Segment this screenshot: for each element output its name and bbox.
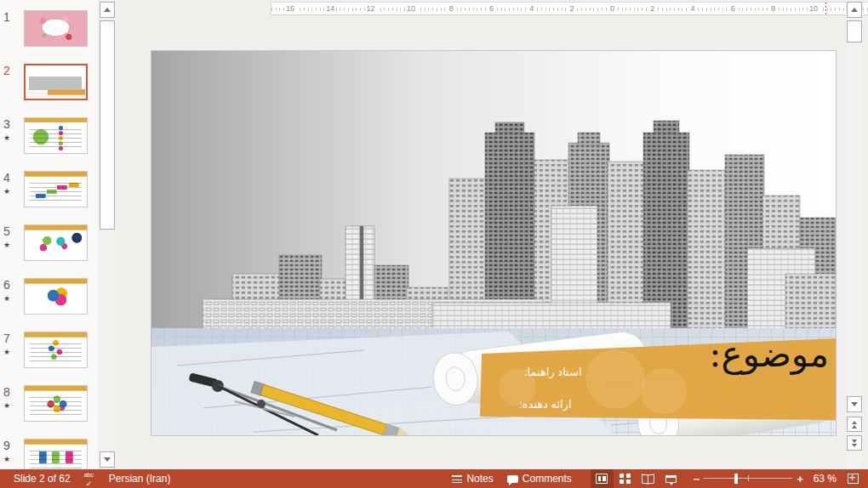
thumbnail-scrollbar[interactable]: [99, 0, 116, 469]
thumbnail-gutter: 2: [3, 64, 22, 77]
slideshow-icon: [665, 475, 677, 483]
slide-sorter-icon: [620, 474, 631, 484]
thumbnail-gutter: 6★: [3, 278, 22, 303]
slide-thumbnail-item[interactable]: 2: [0, 54, 98, 107]
previous-slide-button[interactable]: [847, 417, 862, 432]
slide-counter[interactable]: Slide 2 of 62: [7, 469, 77, 488]
thumbnail-gutter: 9★: [3, 439, 22, 463]
double-chevron-down-icon: [852, 440, 857, 443]
ruler-label: 2: [568, 3, 576, 14]
notes-icon: [452, 474, 462, 484]
slide-thumbnail-panel: 123★4★5★6★7★8★9★: [0, 0, 98, 469]
slide-thumbnail-item[interactable]: 6★: [0, 268, 98, 321]
zoom-percentage[interactable]: 63 %: [808, 473, 842, 485]
zoom-in-button[interactable]: +: [792, 473, 808, 485]
reading-view-icon: [642, 474, 654, 483]
slide-number: 6: [3, 278, 22, 292]
scroll-up-button[interactable]: [847, 2, 862, 18]
slide-thumbnail[interactable]: [24, 10, 88, 47]
slide-thumbnail-item[interactable]: 7★: [0, 321, 98, 375]
double-chevron-up-icon: [852, 421, 857, 424]
slide-editing-area[interactable]: موضوع: استاد راهنما: ارائه دهنده:: [151, 51, 836, 435]
ruler-label: 4: [688, 3, 696, 14]
comments-label: Comments: [523, 473, 572, 485]
slide-thumbnail[interactable]: [24, 224, 88, 261]
thumbnail-scroll-up-button[interactable]: [100, 2, 115, 18]
slide-thumbnail[interactable]: [24, 332, 88, 368]
language-indicator[interactable]: Persian (Iran): [102, 469, 178, 488]
ruler-label: 14: [324, 3, 336, 14]
fit-slide-to-window-button[interactable]: [842, 469, 865, 488]
zoom-slider[interactable]: [704, 469, 792, 488]
slide-thumbnail-item[interactable]: 3★: [0, 107, 98, 161]
scroll-down-button[interactable]: [847, 396, 862, 412]
ruler-label: 10: [808, 3, 819, 14]
notes-button[interactable]: Notes: [445, 469, 500, 488]
spellcheck-button[interactable]: [77, 469, 102, 488]
slide-thumbnail[interactable]: [24, 171, 88, 207]
language-label: Persian (Iran): [109, 473, 171, 485]
animation-star-icon: ★: [3, 455, 22, 463]
slide-thumbnail[interactable]: [24, 64, 88, 100]
slide-number: 2: [3, 64, 22, 77]
thumbnail-gutter: 5★: [3, 224, 22, 249]
animation-star-icon: ★: [3, 294, 22, 303]
animation-star-icon: ★: [3, 348, 22, 356]
slide-supervisor-text[interactable]: استاد راهنما:: [524, 366, 626, 378]
reading-view-button[interactable]: [637, 469, 660, 488]
spellcheck-icon: [84, 474, 95, 485]
slide-number: 5: [3, 224, 22, 238]
slide-thumbnail-item[interactable]: 9★: [0, 428, 98, 469]
normal-view-button[interactable]: [591, 469, 614, 488]
slide-counter-label: Slide 2 of 62: [14, 473, 71, 485]
slideshow-button[interactable]: [660, 469, 682, 488]
status-bar: Slide 2 of 62 Persian (Iran) Notes Comme…: [0, 469, 868, 488]
thumbnail-gutter: 3★: [3, 117, 22, 142]
slide-number: 3: [3, 117, 22, 131]
slide-thumbnail-item[interactable]: 1: [0, 0, 98, 54]
main-scrollbar-thumb[interactable]: [847, 20, 862, 43]
slide-thumbnail-list: 123★4★5★6★7★8★9★: [0, 0, 98, 469]
triangle-down-icon: [851, 402, 858, 406]
slide-number: 4: [3, 171, 22, 184]
ruler-label: 2: [648, 3, 656, 14]
ruler-label: 6: [488, 3, 495, 14]
slide-thumbnail[interactable]: [24, 385, 88, 422]
normal-view-icon: [596, 474, 608, 484]
slide-title-text[interactable]: موضوع:: [608, 335, 829, 374]
main-scrollbar[interactable]: [846, 0, 863, 469]
next-slide-button[interactable]: [847, 435, 862, 451]
ruler-label: 8: [448, 3, 455, 14]
slide-artwork: [151, 51, 836, 435]
triangle-down-icon: [104, 457, 111, 462]
thumbnail-gutter: 7★: [3, 332, 22, 356]
slide-thumbnail[interactable]: [24, 278, 88, 315]
zoom-out-button[interactable]: −: [689, 473, 705, 485]
ruler-label: 0: [608, 3, 616, 14]
ruler-label: 8: [769, 3, 777, 14]
animation-star-icon: ★: [3, 241, 22, 249]
editing-canvas: 1614121086420246810121416 864202468: [119, 0, 868, 469]
comments-button[interactable]: Comments: [500, 469, 579, 488]
animation-star-icon: ★: [3, 133, 22, 142]
thumbnail-gutter: 1: [3, 10, 22, 24]
ruler-label: 12: [365, 3, 377, 14]
triangle-up-icon: [104, 8, 111, 12]
thumbnail-scrollbar-thumb[interactable]: [100, 20, 115, 230]
slide-thumbnail-item[interactable]: 8★: [0, 375, 98, 428]
animation-star-icon: ★: [3, 187, 22, 196]
slide-thumbnail-item[interactable]: 4★: [0, 161, 98, 214]
slide-number: 1: [3, 10, 22, 24]
slide-number: 7: [3, 332, 22, 345]
thumbnail-scroll-down-button[interactable]: [100, 451, 115, 468]
thumbnail-gutter: 8★: [3, 385, 22, 410]
slide-thumbnail[interactable]: [24, 439, 88, 469]
slide-sorter-button[interactable]: [614, 469, 637, 488]
slide-presenter-text[interactable]: ارائه دهنده:: [519, 398, 621, 411]
slide-thumbnail-item[interactable]: 5★: [0, 214, 98, 268]
ruler-label: 4: [528, 3, 535, 14]
slide-thumbnail[interactable]: [24, 117, 88, 154]
zoom-slider-handle[interactable]: [734, 474, 738, 484]
horizontal-ruler[interactable]: 1614121086420246810121416: [271, 2, 868, 15]
thumbnail-gutter: 4★: [3, 171, 22, 196]
